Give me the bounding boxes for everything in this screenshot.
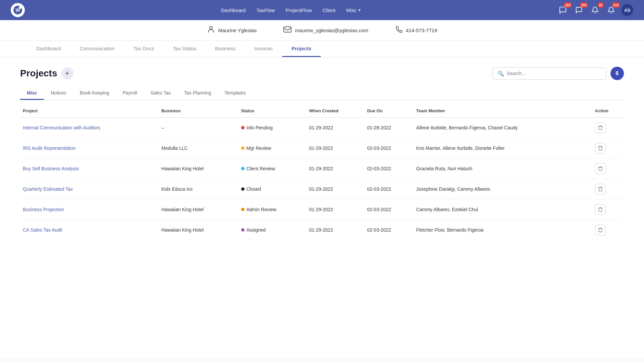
cell-when-created: 01-29-2022 [307, 179, 365, 199]
status-text: Admin Review [247, 207, 276, 212]
bell1-badge: 25 [598, 2, 604, 8]
nav-taxflow[interactable]: TaxFlow [256, 7, 275, 13]
delete-button[interactable] [595, 143, 606, 154]
col-when-created: When Created [307, 104, 365, 118]
project-link[interactable]: Internal Communication with Auditors [23, 125, 100, 130]
tab-communication[interactable]: Communication [70, 41, 124, 57]
cell-team: Kris Marrier, Allene Iturbide, Donette F… [414, 138, 592, 159]
status-text: Closed [247, 186, 261, 192]
cell-project: CA Sales Tax Audit [20, 220, 159, 240]
tab-invoices[interactable]: Invoices [245, 41, 282, 57]
avatar[interactable]: AS [621, 4, 633, 16]
table-header-row: Project Business Status When Created Due… [20, 104, 624, 118]
table-row: CA Sales Tax Audit Hawaiian King Hotel A… [20, 220, 624, 240]
project-link[interactable]: CA Sales Tax Audit [23, 227, 62, 233]
table-row: Buy Sell Business Analysis Hawaiian King… [20, 159, 624, 179]
cell-status: Client Review [238, 159, 307, 179]
tab-dashboard[interactable]: Dashboard [27, 41, 70, 57]
project-link[interactable]: Quarterly Estimated Tax [23, 186, 73, 192]
nav-misc[interactable]: Misc ▾ [346, 7, 361, 13]
delete-button[interactable] [595, 225, 606, 235]
cell-due-on: 02-03-2022 [364, 138, 413, 159]
search-input[interactable] [507, 71, 601, 76]
project-link[interactable]: IRS Audit Representation [23, 145, 75, 151]
col-status: Status [238, 104, 307, 118]
cell-team: Josephine Darakjy, Cammy Albares [414, 179, 592, 199]
status-text: Assigned [247, 227, 266, 233]
subtab-templates[interactable]: Templates [218, 87, 253, 100]
subtab-misc[interactable]: Misc [20, 87, 44, 100]
header: W + Dashboard TaxFlow ProjectFlow Client… [0, 0, 644, 20]
project-link[interactable]: Buy Sell Business Analysis [23, 166, 79, 171]
search-area: 🔍 6 [492, 67, 624, 80]
cell-business: Medulla LLC [159, 138, 238, 159]
chat1-wrap: 103 [557, 4, 569, 16]
client-bar: Maurine Yglesias maurine_yglesias@yglesi… [0, 20, 644, 41]
tab-business[interactable]: Business [206, 41, 245, 57]
subtab-bookkeeping[interactable]: Book-Keeping [73, 87, 116, 100]
cell-when-created: 01-29-2022 [307, 159, 365, 179]
delete-button[interactable] [595, 163, 606, 174]
cell-status: Closed [238, 179, 307, 199]
search-box: 🔍 [492, 67, 606, 80]
nav-projectflow[interactable]: ProjectFlow [285, 7, 312, 13]
cell-status: Assigned [238, 220, 307, 240]
delete-button[interactable] [595, 204, 606, 215]
sub-tabs: Misc Notices Book-Keeping Payroll Sales … [20, 87, 624, 100]
cell-project: Business Projection [20, 199, 159, 220]
col-project: Project [20, 104, 159, 118]
nav-client[interactable]: Client [323, 7, 335, 13]
tab-projects[interactable]: Projects [282, 41, 321, 57]
tab-taxstatus[interactable]: Tax Status [163, 41, 206, 57]
subtab-taxplanning[interactable]: Tax Planning [177, 87, 218, 100]
header-actions: 103 103 25 515 AS [557, 4, 633, 16]
cell-project: IRS Audit Representation [20, 138, 159, 159]
cell-due-on: 02-03-2022 [364, 179, 413, 199]
logo-icon: W + [11, 3, 25, 17]
project-link[interactable]: Business Projection [23, 207, 64, 212]
tab-taxdocs[interactable]: Tax Docs [124, 41, 164, 57]
client-phone-item: 414-573-7719 [395, 26, 437, 35]
table-row: Business Projection Hawaiian King Hotel … [20, 199, 624, 220]
table-row: Quarterly Estimated Tax Kids Educa Inc C… [20, 179, 624, 199]
chat2-wrap: 103 [573, 4, 585, 16]
page-tabs: Dashboard Communication Tax Docs Tax Sta… [0, 41, 644, 57]
col-team-member: Team Member [414, 104, 592, 118]
subtab-notices[interactable]: Notices [44, 87, 73, 100]
projects-title-row: Projects + [20, 67, 73, 79]
cell-project: Buy Sell Business Analysis [20, 159, 159, 179]
cell-when-created: 01-29-2022 [307, 118, 365, 138]
cell-when-created: 01-29-2022 [307, 199, 365, 220]
search-icon: 🔍 [497, 70, 504, 77]
svg-point-4 [210, 26, 212, 29]
phone-icon [395, 26, 402, 35]
user-icon [207, 25, 215, 35]
client-email: maurine_yglesias@yglesias.com [295, 27, 368, 33]
add-project-button[interactable]: + [61, 67, 73, 79]
cell-action [592, 118, 624, 138]
cell-business: Hawaiian King Hotel [159, 220, 238, 240]
cell-team: Cammy Albares, Ezekiel Chui [414, 199, 592, 220]
status-dot [241, 146, 245, 150]
logo[interactable]: W + [11, 3, 25, 17]
subtab-payroll[interactable]: Payroll [116, 87, 144, 100]
projects-table: Project Business Status When Created Due… [20, 104, 624, 240]
chat2-badge: 103 [580, 2, 588, 8]
main-content: Projects + 🔍 6 Misc Notices Book-Keeping… [0, 57, 644, 359]
cell-team: Fletcher Flosi, Bernardo Figeroa [414, 220, 592, 240]
cell-when-created: 01-29-2022 [307, 138, 365, 159]
delete-button[interactable] [595, 184, 606, 194]
status-text: Mgr Review [247, 145, 271, 151]
bell2-wrap: 515 [605, 4, 617, 16]
bell1-wrap: 25 [589, 4, 601, 16]
delete-button[interactable] [595, 122, 606, 133]
status-dot [241, 167, 245, 170]
subtab-salestax[interactable]: Sales Tax [144, 87, 177, 100]
cell-business: Hawaiian King Hotel [159, 199, 238, 220]
projects-count-badge: 6 [610, 67, 624, 80]
cell-due-on: 02-03-2022 [364, 159, 413, 179]
nav-dashboard[interactable]: Dashboard [221, 7, 246, 13]
svg-text:+: + [19, 7, 21, 9]
cell-team: Allene Iturbide, Bernardo Figeroa, Chane… [414, 118, 592, 138]
status-dot [241, 187, 245, 191]
